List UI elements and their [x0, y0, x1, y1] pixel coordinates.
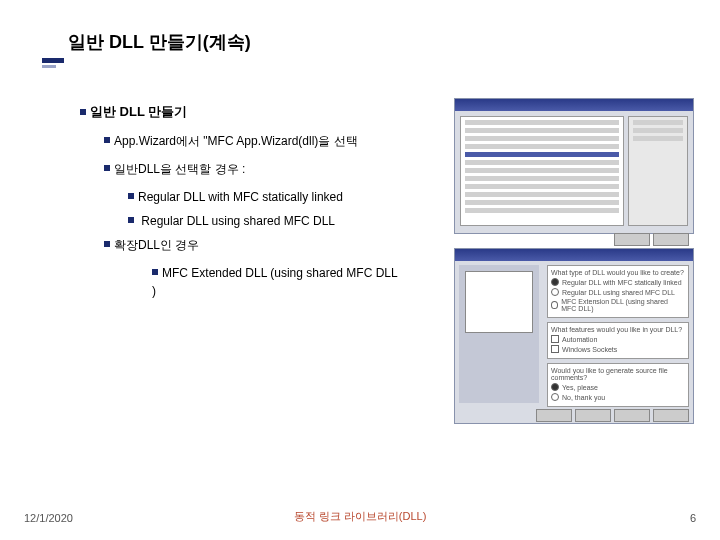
footer-title: 동적 링크 라이브러리(DLL) — [0, 509, 720, 524]
back-button[interactable] — [536, 409, 572, 422]
text: Regular DLL with MFC statically linked — [562, 279, 682, 286]
bullet-lv3: Regular DLL using shared MFC DLL — [128, 212, 400, 230]
bullet-icon — [104, 241, 110, 247]
bullet-icon — [128, 193, 134, 199]
titlebar — [455, 249, 693, 261]
comments-group: Would you like to generate source file c… — [547, 363, 689, 407]
options-panel — [628, 116, 688, 226]
cancel-button[interactable] — [653, 233, 689, 246]
button-row — [455, 231, 693, 248]
radio-option[interactable]: No, thank you — [551, 393, 685, 401]
text: Regular DLL using shared MFC DLL — [562, 289, 675, 296]
bullet-icon — [80, 109, 86, 115]
title-accent — [42, 65, 56, 68]
bullet-lv3: MFC Extended DLL (using shared MFC DLL ) — [152, 264, 400, 300]
checkbox-option[interactable]: Automation — [551, 335, 685, 343]
bullet-icon — [104, 165, 110, 171]
bullet-lv1: 일반 DLL 만들기 — [80, 102, 400, 122]
text: Automation — [562, 336, 597, 343]
type-list — [460, 116, 624, 226]
bullet-lv2: App.Wizard에서 "MFC App.Wizard(dll)을 선택 — [104, 132, 400, 150]
text: MFC Extension DLL (using shared MFC DLL) — [561, 298, 685, 312]
features-group: What features would you like in your DLL… — [547, 322, 689, 359]
bullet-lv2: 확장DLL인 경우 — [104, 236, 400, 254]
ok-button[interactable] — [614, 233, 650, 246]
text: Regular DLL using shared MFC DLL — [138, 214, 335, 228]
text: MFC Extended DLL (using shared MFC DLL ) — [152, 266, 397, 298]
text: 확장DLL인 경우 — [114, 238, 199, 252]
slide: 일반 DLL 만들기(계속) 일반 DLL 만들기 App.Wizard에서 "… — [0, 0, 720, 540]
checkbox-icon — [551, 335, 559, 343]
radio-icon — [551, 383, 559, 391]
bullet-icon — [152, 269, 158, 275]
finish-button[interactable] — [614, 409, 650, 422]
bullet-icon — [104, 137, 110, 143]
screenshot-new-dialog — [454, 98, 694, 234]
text: Windows Sockets — [562, 346, 617, 353]
options-pane: What type of DLL would you like to creat… — [543, 261, 693, 407]
button-row — [455, 407, 693, 424]
text: No, thank you — [562, 394, 605, 401]
preview-pane — [459, 265, 539, 403]
cancel-button[interactable] — [653, 409, 689, 422]
bullet-lv3: Regular DLL with MFC statically linked — [128, 188, 400, 206]
screenshot-appwizard: What type of DLL would you like to creat… — [454, 248, 694, 424]
body-text: 일반 DLL 만들기 App.Wizard에서 "MFC App.Wizard(… — [80, 102, 400, 306]
dialog-body — [455, 111, 693, 231]
checkbox-option[interactable]: Windows Sockets — [551, 345, 685, 353]
text: Regular DLL with MFC statically linked — [138, 190, 343, 204]
text: App.Wizard에서 "MFC App.Wizard(dll)을 선택 — [114, 134, 358, 148]
radio-option[interactable]: Regular DLL using shared MFC DLL — [551, 288, 685, 296]
group-label: What features would you like in your DLL… — [551, 326, 685, 333]
radio-icon — [551, 278, 559, 286]
radio-icon — [551, 393, 559, 401]
checkbox-icon — [551, 345, 559, 353]
group-label: Would you like to generate source file c… — [551, 367, 685, 381]
text: 일반 DLL 만들기 — [90, 104, 187, 119]
title-area: 일반 DLL 만들기(계속) — [68, 30, 251, 54]
dll-type-group: What type of DLL would you like to creat… — [547, 265, 689, 318]
title-accent — [42, 58, 64, 63]
titlebar — [455, 99, 693, 111]
radio-option[interactable]: MFC Extension DLL (using shared MFC DLL) — [551, 298, 685, 312]
text: 일반DLL을 선택할 경우 : — [114, 162, 245, 176]
slide-title: 일반 DLL 만들기(계속) — [68, 30, 251, 54]
group-label: What type of DLL would you like to creat… — [551, 269, 685, 276]
next-button[interactable] — [575, 409, 611, 422]
page-number: 6 — [690, 512, 696, 524]
text: Yes, please — [562, 384, 598, 391]
radio-option[interactable]: Yes, please — [551, 383, 685, 391]
radio-icon — [551, 288, 559, 296]
radio-option[interactable]: Regular DLL with MFC statically linked — [551, 278, 685, 286]
bullet-icon — [128, 217, 134, 223]
bullet-lv2: 일반DLL을 선택할 경우 : — [104, 160, 400, 178]
radio-icon — [551, 301, 558, 309]
